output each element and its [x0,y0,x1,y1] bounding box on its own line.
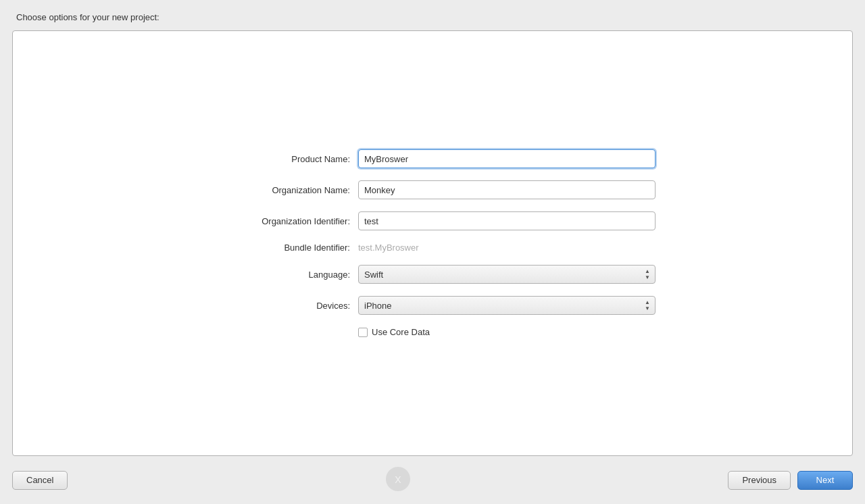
org-name-label: Organization Name: [209,185,358,195]
core-data-field: Use Core Data [358,327,430,337]
org-identifier-label: Organization Identifier: [209,216,358,226]
form-container: Product Name: Organization Name: Organiz… [196,122,669,364]
org-name-row: Organization Name: [209,180,656,199]
bundle-identifier-row: Bundle Identifier: test.MyBroswer [209,243,656,253]
bundle-identifier-label: Bundle Identifier: [209,243,358,253]
product-name-row: Product Name: [209,149,656,168]
footer-right: Previous Next [728,471,853,490]
org-name-field [358,180,656,199]
product-name-label: Product Name: [209,154,358,164]
org-name-input[interactable] [358,180,656,199]
org-identifier-field [358,211,656,230]
bundle-identifier-value: test.MyBroswer [358,240,419,255]
language-row: Language: Swift Objective-C ▲ ▼ [209,265,656,284]
footer-left: Cancel [12,471,68,490]
bundle-identifier-field: test.MyBroswer [358,243,656,253]
white-panel: Product Name: Organization Name: Organiz… [12,30,853,456]
devices-field: iPhone iPad Universal ▲ ▼ [358,296,656,315]
xcode-logo-icon: X [385,465,412,493]
previous-button[interactable]: Previous [728,471,791,490]
header-area: Choose options for your new project: [0,0,865,30]
language-select[interactable]: Swift Objective-C [358,265,656,284]
language-select-wrapper: Swift Objective-C ▲ ▼ [358,265,656,284]
content-area: Product Name: Organization Name: Organiz… [0,30,865,456]
cancel-button[interactable]: Cancel [12,471,68,490]
devices-row: Devices: iPhone iPad Universal ▲ ▼ [209,296,656,315]
page-title: Choose options for your new project: [16,12,159,22]
window: Choose options for your new project: Pro… [0,0,865,504]
core-data-checkbox[interactable] [358,328,368,337]
devices-select-wrapper: iPhone iPad Universal ▲ ▼ [358,296,656,315]
core-data-label: Use Core Data [372,327,430,337]
language-label: Language: [209,270,358,280]
footer-center: X [385,465,412,495]
svg-text:X: X [395,474,401,485]
devices-label: Devices: [209,301,358,311]
product-name-field [358,149,656,168]
footer-area: Cancel X Previous Next [0,456,865,504]
org-identifier-input[interactable] [358,211,656,230]
logo-area: X [385,465,412,495]
next-button[interactable]: Next [797,471,853,490]
product-name-input[interactable] [358,149,656,168]
devices-select[interactable]: iPhone iPad Universal [358,296,656,315]
language-field: Swift Objective-C ▲ ▼ [358,265,656,284]
core-data-row: Use Core Data [209,327,656,337]
org-identifier-row: Organization Identifier: [209,211,656,230]
